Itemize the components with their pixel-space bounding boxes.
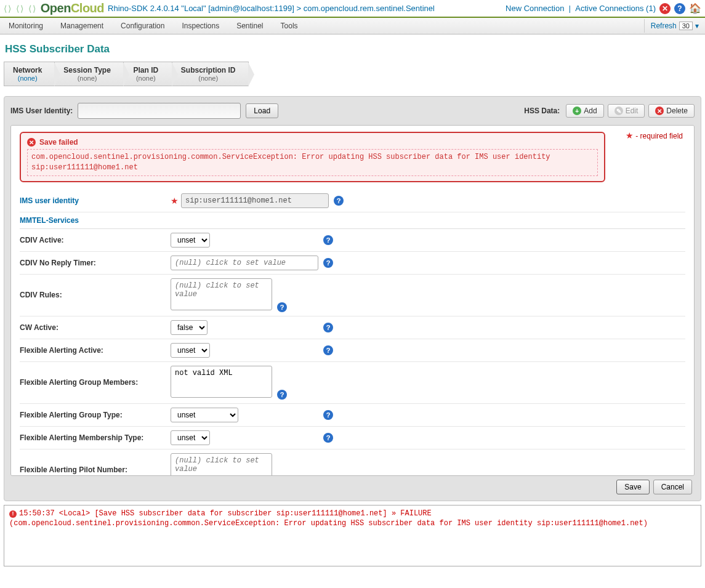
tab-tools[interactable]: Tools — [272, 18, 307, 34]
active-connections-link[interactable]: Active Connections (1) — [575, 4, 656, 13]
field-flex-alert-active: Flexible Alerting Active: unset ? — [20, 339, 685, 362]
dropdown-icon[interactable]: ▾ — [695, 22, 699, 30]
help-icon[interactable]: ? — [323, 410, 333, 420]
add-button[interactable]: +Add — [566, 104, 603, 118]
ims-identity-label: IMS User Identity: — [10, 107, 73, 115]
hss-data-label: HSS Data: — [524, 107, 560, 115]
main-panel: IMS User Identity: Load HSS Data: +Add ✎… — [4, 96, 701, 501]
ims-identity-value[interactable] — [181, 193, 329, 208]
cdiv-no-reply-input[interactable] — [171, 256, 318, 270]
help-icon[interactable]: ? — [277, 302, 287, 312]
connection-info: Rhino-SDK 2.4.0.14 "Local" [admin@localh… — [108, 4, 502, 13]
required-note: ★ - required field — [626, 131, 683, 140]
error-message: com.opencloud.sentinel.provisioning.comm… — [27, 149, 598, 176]
titlebar-links: New Connection | Active Connections (1) — [506, 4, 656, 13]
cw-active-select[interactable]: false — [171, 320, 207, 335]
load-button[interactable]: Load — [246, 103, 278, 118]
step-plan-id[interactable]: Plan ID (none) — [123, 62, 172, 86]
save-row: Save Cancel — [10, 476, 695, 494]
page-title: HSS Subscriber Data — [0, 34, 705, 62]
field-cw-active: CW Active: false ? — [20, 316, 685, 339]
step-network[interactable]: Network (none) — [4, 62, 55, 86]
tab-monitoring[interactable]: Monitoring — [0, 18, 52, 34]
tab-configuration[interactable]: Configuration — [112, 18, 173, 34]
field-cdiv-active: CDIV Active: unset ? — [20, 229, 685, 252]
form-panel: ★ - required field ✕Save failed com.open… — [10, 125, 695, 476]
section-mmtel: MMTEL-Services — [20, 212, 685, 229]
flex-alert-membership-select[interactable]: unset — [171, 430, 210, 445]
ims-identity-row: IMS User Identity: Load HSS Data: +Add ✎… — [10, 103, 695, 119]
logo: OpenCloud — [41, 1, 104, 15]
delete-button[interactable]: ✕Delete — [648, 104, 695, 118]
console-text: 15:50:37 <Local> [Save HSS subscriber da… — [9, 509, 648, 528]
flex-alert-members-textarea[interactable]: not valid <span class="underline-red">XM… — [171, 366, 272, 398]
pencil-icon: ✎ — [614, 107, 623, 115]
help-icon[interactable]: ? — [334, 196, 344, 206]
flex-alert-group-type-select[interactable]: unset — [171, 408, 238, 422]
tab-sentinel[interactable]: Sentinel — [228, 18, 272, 34]
close-icon[interactable]: ✕ — [659, 3, 671, 14]
save-button[interactable]: Save — [616, 480, 649, 494]
new-connection-link[interactable]: New Connection — [506, 4, 564, 13]
required-star-icon: ★ — [171, 196, 179, 206]
console: !15:50:37 <Local> [Save HSS subscriber d… — [4, 505, 701, 566]
field-flex-alert-membership: Flexible Alerting Membership Type: unset… — [20, 427, 685, 449]
x-icon: ✕ — [655, 107, 664, 115]
breadcrumb-steps: Network (none) Session Type (none) Plan … — [0, 62, 705, 86]
help-icon[interactable]: ? — [323, 433, 333, 443]
refresh-value: 30 — [679, 22, 693, 30]
home-icon[interactable]: 🏠 — [689, 2, 701, 14]
cancel-button[interactable]: Cancel — [653, 480, 692, 494]
field-flex-alert-pilot: Flexible Alerting Pilot Number: ? — [20, 449, 685, 476]
error-icon: ✕ — [27, 138, 36, 147]
cdiv-active-select[interactable]: unset — [171, 233, 210, 248]
field-cdiv-no-reply: CDIV No Reply Timer: ? — [20, 252, 685, 275]
help-icon[interactable]: ? — [323, 235, 333, 245]
step-session-type[interactable]: Session Type (none) — [54, 62, 123, 86]
field-ims-identity: IMS user identity ★ ? — [20, 190, 685, 212]
error-box: ✕Save failed com.opencloud.sentinel.prov… — [20, 132, 605, 182]
refresh-label: Refresh — [651, 22, 677, 30]
help-icon[interactable]: ? — [323, 258, 333, 268]
flex-alert-active-select[interactable]: unset — [171, 343, 210, 358]
cdiv-rules-textarea[interactable] — [171, 278, 272, 310]
help-icon[interactable]: ? — [323, 323, 333, 332]
help-icon[interactable]: ? — [323, 345, 333, 355]
edit-button[interactable]: ✎Edit — [608, 104, 645, 118]
titlebar: ⟨⟩ ⟨⟩ ⟨⟩ OpenCloud Rhino-SDK 2.4.0.14 "L… — [0, 0, 705, 18]
chain-icon: ⟨⟩ ⟨⟩ ⟨⟩ — [4, 4, 37, 14]
tab-inspections[interactable]: Inspections — [173, 18, 228, 34]
field-flex-alert-group-type: Flexible Alerting Group Type: unset ? — [20, 404, 685, 427]
ims-identity-input[interactable] — [78, 103, 241, 119]
field-cdiv-rules: CDIV Rules: ? — [20, 275, 685, 316]
field-flex-alert-members: Flexible Alerting Group Members: not val… — [20, 362, 685, 404]
refresh-control[interactable]: Refresh 30 ▾ — [644, 19, 705, 33]
main-tabs: Monitoring Management Configuration Insp… — [0, 18, 705, 34]
error-icon: ! — [9, 510, 17, 518]
error-title: Save failed — [39, 138, 78, 147]
plus-icon: + — [573, 107, 581, 115]
tab-management[interactable]: Management — [52, 18, 112, 34]
help-icon[interactable]: ? — [277, 390, 287, 400]
help-icon[interactable]: ? — [674, 3, 685, 14]
flex-alert-pilot-textarea[interactable] — [171, 453, 272, 476]
step-subscription-id[interactable]: Subscription ID (none) — [172, 62, 249, 86]
